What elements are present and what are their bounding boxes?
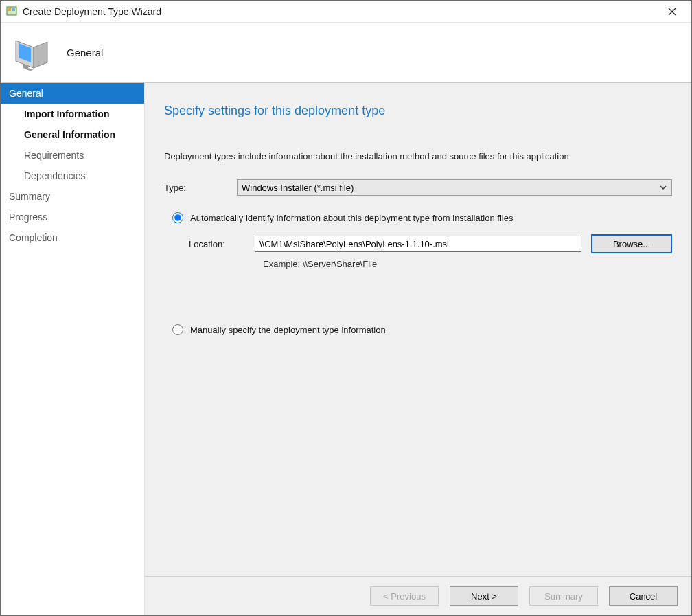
sidebar-item-requirements[interactable]: Requirements: [1, 145, 144, 166]
svg-rect-1: [8, 8, 11, 11]
sidebar-item-completion[interactable]: Completion: [1, 227, 144, 248]
radio-auto-label: Automatically identify information about…: [190, 213, 513, 223]
wizard-body: General Import Information General Infor…: [1, 83, 691, 615]
close-button[interactable]: [660, 2, 684, 21]
location-label: Location:: [189, 239, 255, 249]
page-description: Deployment types include information abo…: [164, 151, 672, 161]
sidebar-item-general[interactable]: General: [1, 83, 144, 104]
location-input[interactable]: [255, 236, 581, 252]
wizard-header: General: [1, 23, 691, 83]
sidebar-item-import-information[interactable]: Import Information: [1, 104, 144, 124]
browse-button[interactable]: Browse...: [591, 234, 672, 253]
radio-manual[interactable]: [172, 324, 183, 335]
window-title: Create Deployment Type Wizard: [23, 6, 660, 17]
wizard-window: Create Deployment Type Wizard General Ge…: [0, 0, 692, 616]
radio-manual-row[interactable]: Manually specify the deployment type inf…: [164, 324, 672, 335]
type-row: Type: Windows Installer (*.msi file): [164, 179, 672, 196]
content-wrap: Specify settings for this deployment typ…: [145, 83, 691, 615]
wizard-sidebar: General Import Information General Infor…: [1, 83, 145, 615]
monitor-icon: [13, 34, 51, 72]
content-panel: Specify settings for this deployment typ…: [145, 83, 691, 577]
wizard-footer: < Previous Next > Summary Cancel: [145, 577, 691, 615]
header-title: General: [67, 47, 103, 58]
sidebar-item-summary[interactable]: Summary: [1, 186, 144, 207]
location-row: Location: Browse...: [164, 234, 672, 253]
type-select[interactable]: Windows Installer (*.msi file): [237, 179, 672, 196]
previous-button: < Previous: [370, 586, 439, 606]
sidebar-item-dependencies[interactable]: Dependencies: [1, 166, 144, 186]
sidebar-item-progress[interactable]: Progress: [1, 207, 144, 227]
type-label: Type:: [164, 183, 237, 193]
summary-button: Summary: [529, 586, 598, 606]
radio-auto-row[interactable]: Automatically identify information about…: [164, 212, 672, 223]
svg-marker-4: [34, 42, 47, 68]
sidebar-item-general-information[interactable]: General Information: [1, 124, 144, 145]
svg-rect-2: [12, 8, 15, 11]
page-heading: Specify settings for this deployment typ…: [164, 104, 672, 118]
radio-auto[interactable]: [172, 212, 183, 223]
radio-manual-label: Manually specify the deployment type inf…: [190, 325, 386, 335]
next-button[interactable]: Next >: [450, 586, 518, 606]
titlebar: Create Deployment Type Wizard: [1, 1, 691, 23]
location-example: Example: \\Server\Share\File: [164, 259, 672, 269]
cancel-button[interactable]: Cancel: [609, 586, 678, 606]
app-icon: [6, 6, 17, 17]
